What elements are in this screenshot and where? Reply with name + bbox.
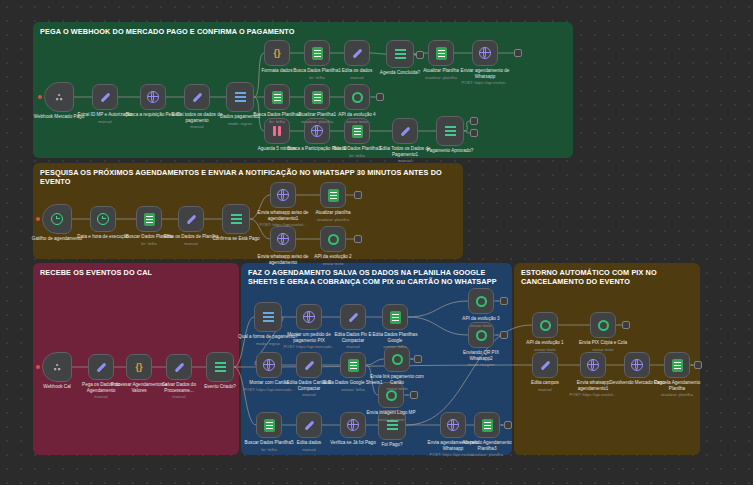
node-atualizar_pl[interactable] bbox=[428, 40, 454, 66]
evolution-api-icon bbox=[352, 92, 363, 103]
pencil-icon bbox=[174, 362, 184, 372]
globe-http-icon bbox=[347, 419, 359, 431]
pencil-icon bbox=[348, 312, 358, 322]
node-api_evo1[interactable] bbox=[532, 312, 558, 338]
node-label: Envia PIX Cópia e Colaenviar texto bbox=[573, 340, 633, 352]
node-bdp2[interactable] bbox=[264, 84, 290, 110]
node-sublabel: enviar texto bbox=[367, 386, 427, 391]
node-edita_pag[interactable] bbox=[184, 84, 210, 110]
clock-icon bbox=[51, 213, 63, 225]
switch-icon bbox=[445, 130, 456, 132]
evolution-api-icon bbox=[476, 296, 487, 307]
node-label: Pagamento Aprovado? bbox=[420, 148, 480, 154]
node-montar_cartao[interactable] bbox=[256, 352, 282, 378]
node-envia_av[interactable] bbox=[270, 226, 296, 252]
node-sublabel: manual bbox=[279, 447, 339, 452]
globe-http-icon bbox=[479, 47, 491, 59]
node-extrai[interactable] bbox=[92, 84, 118, 110]
endpoint-ep12[interactable] bbox=[622, 321, 630, 329]
node-sublabel: POST: https://api.evoluti... bbox=[455, 80, 515, 85]
endpoint-ep_ac[interactable] bbox=[416, 51, 424, 59]
node-atual_pl1[interactable] bbox=[304, 84, 330, 110]
node-pega_dados[interactable] bbox=[88, 354, 114, 380]
node-processar[interactable]: {} bbox=[126, 354, 152, 380]
node-webhook_cal[interactable]: ∴ bbox=[42, 352, 72, 382]
node-api_evo3[interactable] bbox=[468, 288, 494, 314]
node-edita_pg[interactable] bbox=[382, 304, 408, 330]
node-edita_pix[interactable] bbox=[340, 304, 366, 330]
node-sw_dados[interactable] bbox=[226, 82, 254, 112]
pencil-icon bbox=[100, 92, 110, 102]
node-label: Confirma se Está Pago bbox=[206, 236, 266, 242]
node-gatilho[interactable] bbox=[42, 204, 72, 234]
evolution-api-icon bbox=[540, 320, 551, 331]
endpoint-ep11[interactable] bbox=[504, 421, 512, 429]
node-edita1[interactable] bbox=[344, 40, 370, 66]
node-envia_ag2[interactable] bbox=[440, 412, 466, 438]
node-salvar[interactable] bbox=[166, 354, 192, 380]
node-edita_dp[interactable] bbox=[178, 206, 204, 232]
node-label: API da evolução 1enviar texto bbox=[515, 340, 575, 352]
endpoint-ep5[interactable] bbox=[354, 191, 362, 199]
pencil-icon bbox=[540, 360, 550, 370]
endpoint-ep9[interactable] bbox=[414, 355, 422, 363]
google-sheets-icon bbox=[352, 125, 363, 138]
webhook-icon: ∴ bbox=[55, 92, 63, 103]
node-api_evo4[interactable] bbox=[344, 84, 370, 110]
node-edita_campos[interactable] bbox=[532, 352, 558, 378]
pencil-icon bbox=[400, 126, 410, 136]
node-edita_sheets1[interactable] bbox=[340, 352, 366, 378]
globe-http-icon bbox=[311, 125, 323, 137]
node-edita_dados2[interactable] bbox=[296, 412, 322, 438]
node-qual_forma[interactable] bbox=[254, 302, 282, 332]
node-data_hora[interactable] bbox=[90, 206, 116, 232]
webhook-icon: ∴ bbox=[53, 362, 61, 373]
node-api_evo2[interactable] bbox=[320, 226, 346, 252]
node-label: Cancela Agendamento Planilhaatualizar: p… bbox=[647, 380, 707, 398]
node-atual_pl2[interactable] bbox=[320, 182, 346, 208]
switch-icon bbox=[235, 96, 246, 98]
node-devolvendo[interactable] bbox=[624, 352, 650, 378]
node-sublabel: enviar texto bbox=[573, 347, 633, 352]
endpoint-ep8[interactable] bbox=[500, 331, 508, 339]
endpoint-ep3[interactable] bbox=[470, 117, 478, 125]
node-envia_link[interactable] bbox=[384, 346, 410, 372]
workflow-canvas[interactable]: PEGA O WEBHOOK DO MERCADO PAGO E CONFIRM… bbox=[0, 0, 753, 485]
node-busca_req[interactable] bbox=[140, 84, 166, 110]
node-sublabel: manual bbox=[375, 158, 435, 163]
node-envia_pix_cc[interactable] bbox=[590, 312, 616, 338]
node-sublabel: enviar imagem bbox=[361, 417, 421, 422]
node-wmp[interactable]: ∴ bbox=[44, 82, 74, 112]
node-edita_todos[interactable] bbox=[392, 118, 418, 144]
node-buscar_dp[interactable] bbox=[136, 206, 162, 232]
node-montar_pix[interactable] bbox=[296, 304, 322, 330]
node-envia_ag_wpp[interactable] bbox=[472, 40, 498, 66]
endpoint-ep6[interactable] bbox=[354, 235, 362, 243]
endpoint-ep1[interactable] bbox=[514, 49, 522, 57]
pencil-icon bbox=[304, 420, 314, 430]
endpoint-ep10[interactable] bbox=[410, 391, 418, 399]
node-label: Envia Imagem Logo MPenviar imagem bbox=[361, 410, 421, 422]
node-cancela[interactable] bbox=[664, 352, 690, 378]
node-bdp1[interactable] bbox=[304, 40, 330, 66]
node-envia_av1[interactable] bbox=[270, 182, 296, 208]
node-sublabel: enviar texto bbox=[515, 347, 575, 352]
endpoint-ep13[interactable] bbox=[694, 361, 702, 369]
node-label: API da evolução 2enviar texto bbox=[303, 254, 363, 266]
globe-http-icon bbox=[147, 91, 159, 103]
sticky-note-title: ESTORNO AUTOMÁTICO COM PIX NO CANCELAMEN… bbox=[514, 263, 700, 287]
node-confirma_pago[interactable] bbox=[222, 204, 250, 234]
endpoint-ep7[interactable] bbox=[500, 297, 508, 305]
node-edita_cartao[interactable] bbox=[296, 352, 322, 378]
node-pag_aprov[interactable] bbox=[436, 116, 464, 146]
node-sublabel: manual bbox=[75, 119, 135, 124]
node-bdp5[interactable] bbox=[256, 412, 282, 438]
node-alterando[interactable] bbox=[474, 412, 500, 438]
node-agenda_conc[interactable] bbox=[386, 40, 414, 68]
google-sheets-icon bbox=[312, 47, 323, 60]
node-formata[interactable]: {} bbox=[264, 40, 290, 66]
endpoint-ep4[interactable] bbox=[470, 129, 478, 137]
node-envia_wpp1[interactable] bbox=[580, 352, 606, 378]
endpoint-ep2[interactable] bbox=[376, 93, 384, 101]
node-evento_criado[interactable] bbox=[206, 352, 234, 382]
